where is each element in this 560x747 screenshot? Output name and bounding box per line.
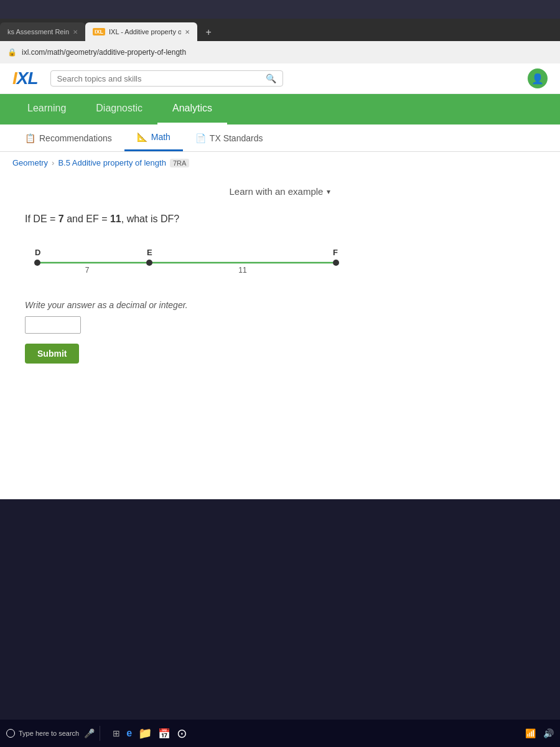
desktop-footer — [0, 499, 560, 723]
url-text[interactable]: ixl.com/math/geometry/additive-property-… — [22, 48, 186, 57]
problem-statement: If DE = 7 and EF = 11, what is DF? — [25, 212, 535, 227]
svg-point-1 — [34, 260, 40, 266]
svg-text:D: D — [35, 248, 40, 257]
svg-point-3 — [333, 260, 339, 266]
edge-browser-icon[interactable]: e — [126, 728, 132, 739]
browser-content: IXL 🔍 👤 Learning Diagnostic Analytics 📋 … — [0, 63, 560, 499]
browser-chrome: ks Assessment Rein ✕ IXL IXL - Additive … — [0, 19, 560, 63]
recommendations-label: Recommendations — [39, 133, 112, 143]
volume-icon: 🔊 — [543, 728, 554, 738]
svg-text:7: 7 — [85, 266, 90, 275]
math-icon: 📐 — [137, 132, 147, 142]
folder-icon[interactable]: 📁 — [138, 726, 152, 740]
nav-tab-diagnostic[interactable]: Diagnostic — [81, 94, 157, 125]
subnav-standards[interactable]: 📄 TX Standards — [183, 125, 276, 151]
lock-icon: 🔒 — [7, 48, 17, 57]
taskbar-right: 📶 🔊 — [525, 728, 554, 738]
main-content: Learn with an example ▾ If DE = 7 and EF… — [0, 174, 560, 485]
search-circle-icon — [6, 729, 15, 738]
new-tab-button[interactable]: + — [200, 24, 217, 41]
breadcrumb-geometry[interactable]: Geometry — [12, 158, 48, 167]
standards-label: TX Standards — [210, 133, 263, 143]
user-avatar[interactable]: 👤 — [528, 68, 548, 88]
submit-button[interactable]: Submit — [25, 344, 79, 364]
calendar-icon[interactable]: 📅 — [158, 728, 170, 740]
learn-example-button[interactable]: Learn with an example ▾ — [230, 186, 331, 197]
tab-2-favicon: IXL — [93, 28, 105, 35]
logo-xl: XL — [17, 68, 38, 88]
subnav-recommendations[interactable]: 📋 Recommendations — [12, 125, 124, 151]
sub-nav: 📋 Recommendations 📐 Math 📄 TX Standards — [0, 125, 560, 152]
taskbar: Type here to search 🎤 ⊞ e 📁 📅 ⊙ 📶 🔊 — [0, 720, 560, 747]
tab-bar: ks Assessment Rein ✕ IXL IXL - Additive … — [0, 19, 560, 41]
standards-icon: 📄 — [195, 133, 206, 143]
nav-tab-analytics[interactable]: Analytics — [157, 94, 227, 125]
taskbar-divider-1 — [100, 726, 100, 741]
svg-point-2 — [146, 260, 152, 266]
task-view-button[interactable]: ⊞ — [113, 728, 120, 738]
desktop-top — [0, 0, 560, 19]
nav-tab-learning[interactable]: Learning — [12, 94, 81, 125]
learn-example-label: Learn with an example — [230, 186, 324, 197]
answer-section: Write your answer as a decimal or intege… — [25, 300, 535, 364]
svg-text:11: 11 — [238, 266, 247, 275]
recommendations-icon: 📋 — [25, 133, 35, 143]
search-container: 🔍 — [50, 70, 284, 87]
line-diagram: D E F 7 11 — [25, 244, 535, 281]
breadcrumb-tag: 7RA — [170, 159, 189, 167]
browser-tab-1[interactable]: ks Assessment Rein ✕ — [0, 22, 85, 41]
breadcrumb-sep-1: › — [52, 158, 54, 167]
de-value: 7 — [58, 214, 64, 224]
ixl-logo: IXL — [12, 68, 38, 88]
ef-value: 11 — [110, 214, 121, 224]
main-nav: Learning Diagnostic Analytics — [0, 94, 560, 125]
taskbar-search-label: Type here to search — [19, 730, 79, 737]
logo-ix: I — [12, 68, 17, 88]
answer-input[interactable] — [25, 316, 81, 334]
address-bar: 🔒 ixl.com/math/geometry/additive-propert… — [0, 41, 560, 63]
line-svg: D E F 7 11 — [25, 244, 348, 275]
tab-2-close[interactable]: ✕ — [185, 29, 190, 35]
svg-text:E: E — [147, 248, 152, 257]
subnav-math[interactable]: 📐 Math — [124, 125, 183, 151]
ixl-header: IXL 🔍 👤 — [0, 63, 560, 94]
breadcrumb-b5[interactable]: B.5 Additive property of length — [58, 158, 166, 167]
breadcrumb: Geometry › B.5 Additive property of leng… — [0, 152, 560, 174]
svg-text:F: F — [333, 248, 338, 257]
search-input[interactable] — [57, 74, 266, 83]
problem-text-prefix: If DE = — [25, 214, 58, 224]
network-icon: 📶 — [525, 728, 536, 738]
tab-1-label: ks Assessment Rein — [7, 28, 69, 35]
browser-tab-2[interactable]: IXL IXL - Additive property of length ✕ — [85, 22, 197, 41]
chevron-down-icon: ▾ — [327, 187, 330, 196]
answer-instruction: Write your answer as a decimal or intege… — [25, 300, 535, 310]
tab-2-label: IXL - Additive property of length — [109, 28, 181, 35]
tab-1-close[interactable]: ✕ — [73, 29, 78, 35]
search-icon: 🔍 — [266, 73, 276, 83]
problem-text-mid: and EF = — [64, 214, 110, 224]
chrome-icon[interactable]: ⊙ — [177, 726, 187, 741]
mic-icon: 🎤 — [84, 728, 95, 738]
problem-text-suffix: , what is DF? — [121, 214, 179, 224]
taskbar-search-area[interactable]: Type here to search — [6, 729, 79, 738]
math-label: Math — [151, 132, 170, 142]
taskbar-icons: ⊞ e 📁 📅 ⊙ — [113, 726, 187, 741]
